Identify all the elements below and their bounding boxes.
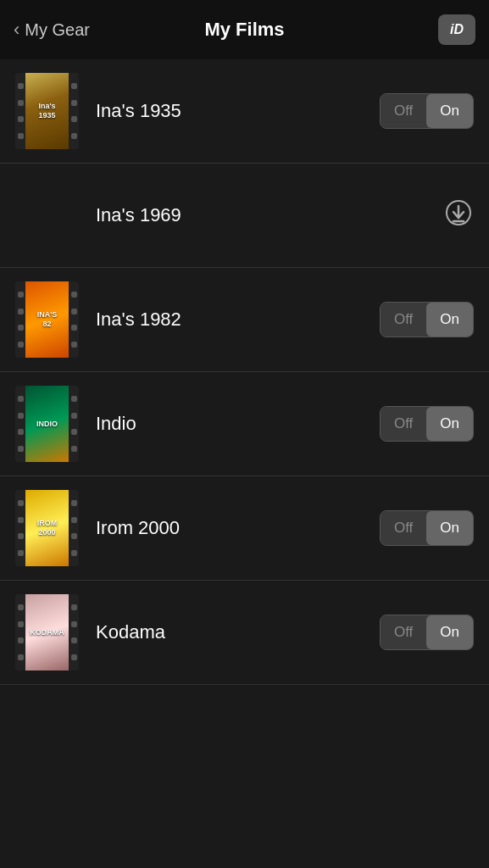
sprocket-hole — [71, 604, 77, 610]
toggle-on[interactable]: On — [426, 303, 473, 337]
sprocket-hole — [71, 550, 77, 556]
film-toggle[interactable]: Off On — [380, 406, 474, 442]
film-thumbnail: INDIO — [15, 386, 79, 462]
sprocket-hole — [71, 533, 77, 539]
sprockets-left — [15, 490, 25, 566]
film-name: Ina's 1935 — [96, 100, 380, 122]
toggle-off[interactable]: Off — [381, 511, 426, 545]
sprockets-right — [69, 73, 79, 149]
sprocket-hole — [71, 342, 77, 348]
film-thumbnail-empty — [15, 177, 79, 253]
sprocket-hole — [18, 500, 24, 506]
app-header: ‹ My Gear My Films iD — [0, 0, 489, 59]
sprocket-hole — [71, 292, 77, 298]
film-item: Ina's 1969 — [0, 164, 489, 268]
sprocket-hole — [71, 309, 77, 314]
sprocket-hole — [18, 517, 24, 523]
sprocket-hole — [18, 604, 24, 610]
id-button[interactable]: iD — [438, 14, 475, 45]
sprocket-hole — [71, 621, 77, 627]
sprocket-hole — [71, 637, 77, 643]
sprocket-hole — [18, 116, 24, 122]
toggle-off[interactable]: Off — [381, 407, 426, 441]
sprocket-hole — [71, 517, 77, 523]
film-toggle[interactable]: Off On — [380, 93, 474, 129]
sprocket-hole — [18, 100, 24, 106]
sprocket-hole — [18, 325, 24, 331]
film-inner: Ina's1935 — [25, 73, 69, 149]
film-toggle[interactable]: Off On — [380, 510, 474, 546]
sprocket-hole — [18, 83, 24, 89]
download-icon[interactable] — [443, 198, 474, 234]
sprocket-hole — [18, 396, 24, 402]
toggle-on[interactable]: On — [426, 615, 473, 649]
sprocket-hole — [18, 621, 24, 627]
film-thumbnail: KODAMA — [15, 594, 79, 670]
film-thumbnail: INA'S82 — [15, 281, 79, 358]
sprocket-hole — [18, 309, 24, 314]
film-item: INA'S82 Ina's 1982 Off On — [0, 268, 489, 372]
sprocket-hole — [71, 133, 77, 139]
film-item: INDIO Indio Off On — [0, 372, 489, 476]
film-name: Ina's 1969 — [96, 204, 443, 226]
sprocket-hole — [71, 413, 77, 419]
page-title: My Films — [204, 19, 284, 41]
back-label: My Gear — [25, 20, 90, 40]
sprocket-hole — [18, 292, 24, 298]
sprockets-left — [15, 281, 25, 358]
sprockets-right — [69, 490, 79, 566]
toggle-on[interactable]: On — [426, 511, 473, 545]
film-item: KODAMA Kodama Off On — [0, 581, 489, 685]
film-thumbnail: IROM2000 — [15, 490, 79, 566]
sprocket-hole — [18, 342, 24, 348]
film-inner: IROM2000 — [25, 490, 69, 566]
film-item: IROM2000 Irom 2000 Off On — [0, 476, 489, 581]
film-inner: INA'S82 — [25, 281, 69, 358]
sprocket-hole — [18, 533, 24, 539]
sprockets-left — [15, 73, 25, 149]
sprocket-hole — [18, 637, 24, 643]
sprocket-hole — [18, 550, 24, 556]
sprocket-hole — [18, 654, 24, 660]
sprocket-hole — [71, 396, 77, 402]
toggle-on[interactable]: On — [426, 407, 473, 441]
back-chevron-icon: ‹ — [14, 19, 19, 41]
sprockets-left — [15, 386, 25, 462]
sprocket-hole — [18, 446, 24, 452]
sprockets-right — [69, 386, 79, 462]
film-name: Kodama — [96, 621, 380, 643]
toggle-off[interactable]: Off — [381, 303, 426, 337]
sprocket-hole — [71, 100, 77, 106]
toggle-on[interactable]: On — [426, 94, 473, 128]
film-item: Ina's1935 Ina's 1935 Off On — [0, 59, 489, 164]
sprockets-right — [69, 281, 79, 358]
film-name: Ina's 1982 — [96, 309, 380, 331]
film-toggle[interactable]: Off On — [380, 615, 474, 650]
sprockets-left — [15, 594, 25, 670]
sprocket-hole — [18, 133, 24, 139]
sprocket-hole — [71, 429, 77, 435]
sprocket-hole — [71, 83, 77, 89]
back-button[interactable]: ‹ My Gear — [14, 19, 90, 41]
sprockets-right — [69, 594, 79, 670]
film-name: Indio — [96, 413, 380, 435]
sprocket-hole — [71, 116, 77, 122]
sprocket-hole — [71, 654, 77, 660]
sprocket-hole — [71, 446, 77, 452]
film-name: Irom 2000 — [96, 517, 380, 539]
film-list: Ina's1935 Ina's 1935 Off On Ina's 1969 — [0, 59, 489, 685]
film-thumbnail: Ina's1935 — [15, 73, 79, 149]
sprocket-hole — [18, 429, 24, 435]
sprocket-hole — [71, 500, 77, 506]
film-toggle[interactable]: Off On — [380, 302, 474, 337]
sprocket-hole — [18, 413, 24, 419]
toggle-off[interactable]: Off — [381, 94, 426, 128]
sprocket-hole — [71, 325, 77, 331]
film-inner: KODAMA — [25, 594, 69, 670]
toggle-off[interactable]: Off — [381, 615, 426, 649]
film-inner: INDIO — [25, 386, 69, 462]
